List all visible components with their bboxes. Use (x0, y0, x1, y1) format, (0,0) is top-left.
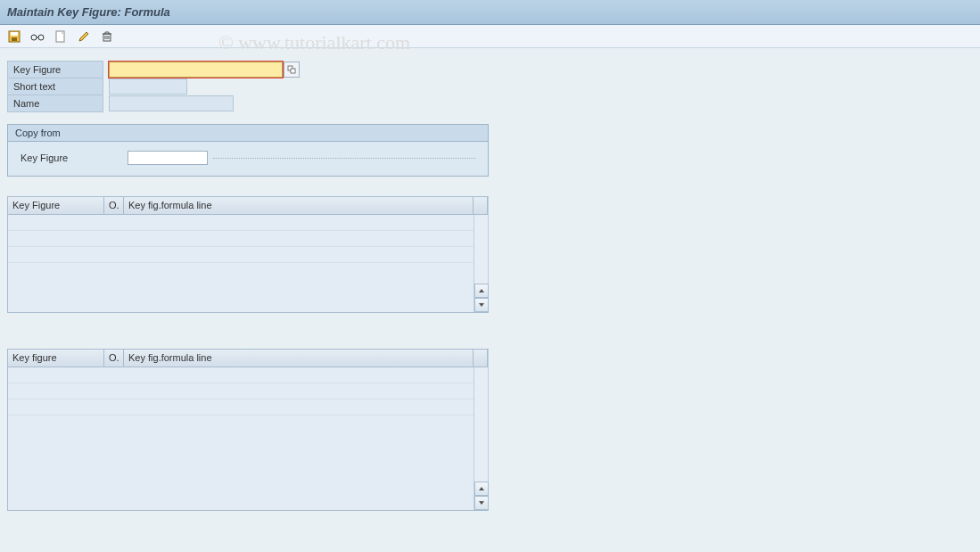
table1-col-operator[interactable]: O. (104, 197, 124, 215)
edit-icon (78, 30, 90, 43)
new-icon (54, 30, 67, 43)
svg-point-4 (38, 35, 44, 40)
row-short-text: Short text (7, 78, 973, 95)
chevron-down-icon (478, 301, 485, 309)
svg-rect-2 (12, 37, 17, 41)
short-text-label: Short text (7, 78, 103, 95)
svg-point-3 (31, 35, 37, 40)
save-button[interactable] (5, 28, 23, 45)
name-input[interactable] (109, 95, 234, 111)
copy-from-key-figure-input[interactable] (128, 151, 208, 165)
delete-icon (101, 30, 113, 43)
table2-col-formula-line[interactable]: Key fig.formula line (124, 350, 474, 367)
table2-body[interactable] (8, 367, 488, 510)
copy-from-group: Copy from Key Figure (7, 124, 489, 177)
toolbar (0, 25, 980, 48)
table1-header: Key Figure O. Key fig.formula line (8, 197, 488, 215)
scroll-up-button[interactable] (474, 284, 489, 298)
scroll-down-button[interactable] (474, 496, 489, 510)
row-name: Name (7, 95, 973, 112)
edit-button[interactable] (75, 28, 93, 45)
short-text-input[interactable] (109, 78, 187, 95)
table1-col-scroll (474, 197, 488, 215)
table2-col-key-figure[interactable]: Key figure (8, 350, 104, 367)
table2-col-operator[interactable]: O. (104, 350, 124, 367)
table1-col-formula-line[interactable]: Key fig.formula line (124, 197, 474, 215)
scroll-up-button[interactable] (474, 482, 489, 496)
table2-col-scroll (474, 350, 488, 367)
f4-help-button[interactable] (284, 62, 300, 78)
glasses-icon (30, 30, 45, 43)
titlebar: Maintain Key Figure: Formula (0, 0, 980, 25)
chevron-up-icon (478, 485, 485, 492)
key-figure-label: Key Figure (7, 61, 103, 78)
copy-from-key-figure-label: Key Figure (21, 152, 128, 163)
form-area: Key Figure Short text Name (0, 48, 980, 115)
formula-table-1: Key Figure O. Key fig.formula line (7, 196, 489, 313)
table2-scrollbar (474, 367, 488, 510)
table1-scrollbar (474, 215, 488, 312)
display-button[interactable] (29, 28, 46, 45)
chevron-up-icon (478, 287, 485, 294)
name-label: Name (7, 95, 103, 112)
table1-col-key-figure[interactable]: Key Figure (8, 197, 104, 215)
create-button[interactable] (52, 28, 70, 45)
row-key-figure: Key Figure (7, 61, 973, 78)
key-figure-input[interactable] (109, 62, 283, 78)
search-help-icon (287, 65, 296, 74)
save-icon (8, 30, 21, 43)
formula-table-2: Key figure O. Key fig.formula line (7, 349, 489, 511)
copy-from-row: Key Figure (21, 151, 475, 165)
svg-rect-8 (291, 69, 295, 73)
table1-body[interactable] (8, 215, 488, 312)
copy-from-title: Copy from (8, 125, 488, 142)
svg-rect-1 (11, 32, 18, 36)
table2-header: Key figure O. Key fig.formula line (8, 350, 488, 367)
page-title: Maintain Key Figure: Formula (7, 5, 170, 19)
dotted-rule (213, 158, 475, 159)
scroll-down-button[interactable] (474, 298, 489, 312)
delete-button[interactable] (98, 28, 116, 45)
chevron-down-icon (478, 499, 485, 507)
